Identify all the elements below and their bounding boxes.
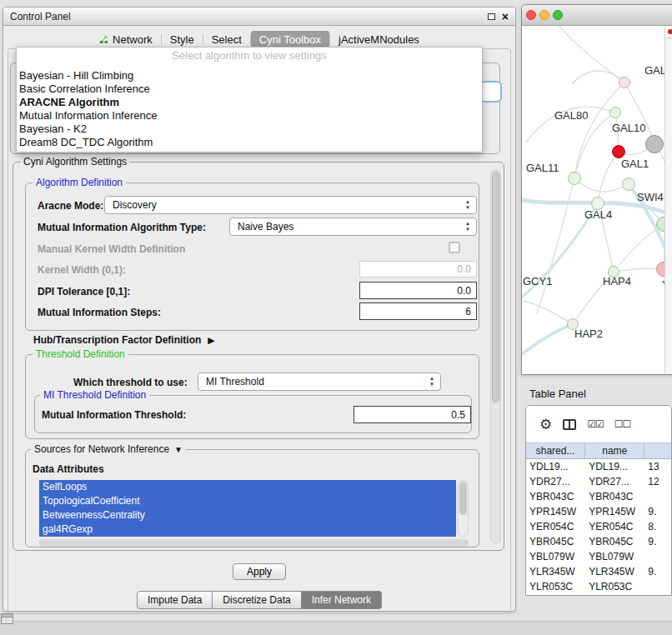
attribute-list-item[interactable]: BetweennessCentrality: [39, 508, 456, 522]
table-row[interactable]: YDL19...YDL19...13: [526, 459, 671, 474]
dropdown-item-dream8-dc-tdc-algorithm[interactable]: Dream8 DC_TDC Algorithm: [17, 136, 482, 149]
node-label-gal80: GAL80: [554, 109, 588, 122]
algorithm-combobox-fragment[interactable]: [480, 81, 502, 102]
dpi-tolerance-input[interactable]: 0.0: [359, 282, 477, 299]
attributes-list-hscrollbar[interactable]: [39, 539, 469, 547]
table-cell: 8.: [644, 521, 671, 532]
dropdown-item-basic-correlation-inference[interactable]: Basic Correlation Inference: [17, 82, 482, 96]
column-header[interactable]: shared...: [526, 443, 585, 458]
which-threshold-combobox[interactable]: MI Threshold: [198, 372, 441, 391]
table-cell: YDL19...: [585, 461, 644, 472]
mi-steps-input[interactable]: 6: [359, 302, 477, 320]
tab-label: Network: [113, 33, 153, 46]
table-cell: YER054C: [585, 521, 644, 532]
table-cell: 9.: [644, 506, 671, 518]
collapsed-panel-icon[interactable]: [1, 613, 13, 624]
combobox-arrows-icon: [428, 376, 436, 388]
tab-network[interactable]: Network: [91, 31, 161, 48]
manual-kernel-checkbox[interactable]: [449, 242, 460, 253]
aracne-mode-label: Aracne Mode:: [38, 200, 103, 212]
network-window: GAL8GAL80GAL10GAL11GAL1SWI4GAL4GCY1HAP4H…: [521, 4, 672, 375]
network-node[interactable]: [645, 135, 664, 153]
network-titlebar[interactable]: [522, 5, 672, 26]
network-node[interactable]: [619, 77, 630, 88]
desktop: Control Panel × NetworkStyleSelectCyni T…: [0, 0, 672, 635]
aracne-mode-combobox[interactable]: Discovery: [104, 196, 477, 214]
dpi-tolerance-value: 0.0: [457, 285, 471, 297]
mi-threshold-label: Mutual Information Threshold:: [42, 409, 186, 421]
table-row[interactable]: YER054CYER054C8.: [526, 519, 671, 534]
kernel-width-input[interactable]: 0.0: [359, 261, 477, 278]
network-node[interactable]: [568, 172, 581, 185]
network-scroll-button[interactable]: [665, 26, 672, 38]
dropdown-item-bayesian-hill-climbing[interactable]: Bayesian - Hill Climbing: [17, 69, 482, 82]
sources-group-toggle[interactable]: Sources for Network Inference ▼: [31, 443, 186, 455]
apply-button[interactable]: Apply: [233, 563, 286, 580]
table-cell: YLR053C: [585, 581, 644, 592]
columns-icon[interactable]: [563, 419, 576, 430]
deselect-all-checks-icon[interactable]: ☐☐: [614, 418, 631, 430]
table-row[interactable]: YLR345WYLR345W9.: [526, 564, 671, 579]
select-all-checks-icon[interactable]: ☑☑: [587, 418, 604, 430]
algorithm-dropdown: Select algorithm to view settings Bayesi…: [16, 47, 483, 152]
tab-cyni-toolbox[interactable]: Cyni Toolbox: [251, 31, 329, 48]
bottom-tab-infer-network[interactable]: Infer Network: [302, 591, 382, 609]
bottom-tab-impute-data[interactable]: Impute Data: [137, 591, 213, 609]
combobox-arrows-icon: [464, 199, 472, 211]
dropdown-item-bayesian-k2[interactable]: Bayesian - K2: [17, 122, 482, 136]
mi-threshold-input[interactable]: 0.5: [354, 406, 471, 423]
dropdown-items: Bayesian - Hill ClimbingBasic Correlatio…: [17, 69, 482, 149]
node-label-hap2: HAP2: [574, 328, 603, 340]
attribute-list-item[interactable]: TopologicalCoefficient: [39, 494, 456, 508]
kernel-width-value: 0.0: [457, 263, 471, 275]
settings-group-title: Cyni Algorithm Settings: [20, 156, 130, 168]
network-node[interactable]: [622, 178, 635, 191]
dropdown-item-mutual-information-inference[interactable]: Mutual Information Inference: [17, 109, 482, 122]
zoom-traffic-light-icon[interactable]: [553, 10, 563, 20]
mi-threshold-definition-title: MI Threshold Definition: [40, 389, 149, 401]
bottom-tab-discretize-data[interactable]: Discretize Data: [213, 591, 301, 609]
tab-jactivemnodules[interactable]: jActiveMNodules: [330, 31, 428, 48]
attributes-list-vscrollbar[interactable]: [458, 480, 469, 537]
mi-type-combobox[interactable]: Naive Bayes: [229, 218, 477, 236]
network-node[interactable]: [612, 145, 625, 158]
table-row[interactable]: YBL079WYBL079W: [526, 549, 671, 564]
network-scrollbar[interactable]: [664, 26, 672, 374]
table-cell: YBR045C: [526, 536, 585, 548]
network-canvas[interactable]: GAL8GAL80GAL10GAL11GAL1SWI4GAL4GCY1HAP4H…: [522, 26, 672, 374]
close-traffic-light-icon[interactable]: [526, 10, 536, 20]
close-icon[interactable]: ×: [502, 11, 509, 22]
table-row[interactable]: YPR145WYPR145W9.: [526, 504, 671, 519]
float-window-icon[interactable]: [488, 13, 495, 20]
mi-steps-label: Mutual Information Steps:: [38, 307, 161, 318]
attributes-list-vthumb[interactable]: [459, 482, 467, 515]
settings-scrollbar[interactable]: [490, 169, 501, 543]
dropdown-placeholder: Select algorithm to view settings: [17, 48, 482, 64]
hub-section-toggle[interactable]: Hub/Transcription Factor Definition ▶: [33, 334, 215, 346]
minimize-traffic-light-icon[interactable]: [539, 10, 549, 20]
settings-scrollbar-thumb[interactable]: [492, 172, 499, 402]
table-panel-title: Table Panel: [529, 388, 586, 400]
table-cell: YPR145W: [585, 506, 644, 518]
which-threshold-value: MI Threshold: [206, 376, 264, 388]
mi-type-label: Mutual Information Algorithm Type:: [38, 222, 206, 233]
table-cell: YDR27...: [585, 476, 644, 488]
table-row[interactable]: YLR053CYLR053C: [526, 579, 671, 594]
column-header[interactable]: name: [585, 443, 644, 458]
tab-select[interactable]: Select: [203, 31, 250, 48]
aracne-mode-value: Discovery: [113, 199, 157, 211]
column-header[interactable]: [644, 443, 671, 458]
table-header: shared...name: [526, 442, 671, 459]
attribute-list-item[interactable]: gal4RGexp: [39, 522, 456, 537]
attribute-list-item[interactable]: SelfLoops: [39, 480, 456, 494]
control-panel-titlebar[interactable]: Control Panel ×: [3, 8, 515, 26]
mi-threshold-definition-group: MI Threshold Definition Mutual Informati…: [34, 395, 472, 433]
dropdown-item-aracne-algorithm[interactable]: ARACNE Algorithm: [17, 96, 482, 109]
table-row[interactable]: YBR045CYBR045C9.: [526, 534, 671, 549]
tab-style[interactable]: Style: [162, 31, 203, 48]
gear-icon[interactable]: ⚙: [539, 418, 552, 432]
node-label-gal1: GAL1: [621, 158, 649, 170]
network-node[interactable]: [609, 107, 621, 118]
table-row[interactable]: YBR043CYBR043C: [526, 489, 671, 504]
table-row[interactable]: YDR27...YDR27...12: [526, 474, 671, 489]
